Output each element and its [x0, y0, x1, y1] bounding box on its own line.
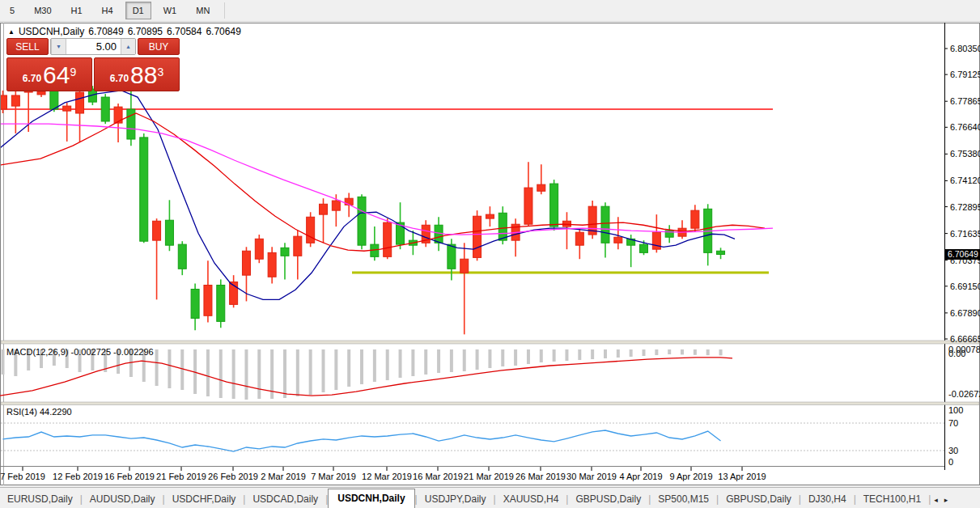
- rsi-axis-label: 30: [948, 446, 958, 455]
- chart-symbol-label: USDCNH,Daily: [19, 26, 84, 37]
- one-click-trade-panel: SELL ▼ ▲ BUY 6.70 64 9 6.70 88 3: [6, 38, 180, 91]
- tab-scroll-left-icon[interactable]: ◂: [931, 491, 941, 508]
- chart-tab-eurusd-daily[interactable]: EURUSD,Daily: [0, 490, 80, 508]
- candle-body: [691, 210, 699, 228]
- price-axis-label: 6.74120: [950, 176, 980, 185]
- price-axis-label: 6.69150: [950, 282, 980, 291]
- time-axis-label: 12 Mar 2019: [362, 472, 412, 481]
- timeframe-toolbar: 5M30H1H4D1W1MN: [0, 0, 980, 22]
- chart-window-frame: [1, 23, 980, 485]
- time-axis-label: 9 Apr 2019: [669, 472, 712, 481]
- candle-body: [473, 216, 482, 257]
- candle-body: [217, 285, 225, 321]
- timeframe-button-h1[interactable]: H1: [64, 2, 90, 19]
- price-axis-label: 6.76640: [950, 122, 980, 132]
- price-axis-label: 6.80350: [950, 44, 980, 53]
- candle-body: [204, 285, 212, 315]
- chart-tabbar: EURUSD,Daily|AUDUSD,Daily|USDCHF,Daily|U…: [0, 487, 980, 508]
- candle-body: [498, 213, 507, 240]
- timeframe-button-w1[interactable]: W1: [156, 2, 185, 19]
- candle-body: [614, 237, 622, 243]
- buy-price-big: 88: [130, 62, 157, 88]
- time-axis-label: 21 Feb 2019: [156, 472, 206, 481]
- chart-low-value: 6.70584: [167, 26, 202, 37]
- price-axis-label: 6.67890: [950, 308, 980, 318]
- time-axis-label: 2 Mar 2019: [261, 472, 306, 481]
- timeframe-button-mn[interactable]: MN: [189, 2, 217, 19]
- time-axis-label: 30 Mar 2019: [566, 472, 617, 481]
- timeframe-button-d1[interactable]: D1: [125, 2, 151, 19]
- pane-divider[interactable]: [1, 341, 979, 344]
- candle-body: [242, 251, 250, 275]
- candle-body: [281, 248, 289, 256]
- sell-button[interactable]: SELL: [6, 38, 49, 55]
- time-axis-label: 26 Mar 2019: [515, 472, 566, 481]
- timeframe-button-5[interactable]: 5: [2, 2, 22, 19]
- chart-tab-dj30-h4[interactable]: DJ30,H4: [801, 490, 854, 508]
- chart-tab-sp500-m15[interactable]: SP500,M15: [651, 490, 716, 508]
- chart-tab-gbpusd-daily[interactable]: GBPUSD,Daily: [719, 490, 799, 508]
- time-axis-label: 26 Feb 2019: [208, 472, 258, 481]
- tab-scroll-right-icon[interactable]: ▸: [941, 491, 952, 508]
- volume-decrease-icon[interactable]: ▼: [51, 39, 66, 54]
- buy-button[interactable]: BUY: [138, 38, 180, 55]
- candle-body: [320, 204, 328, 214]
- volume-input[interactable]: [66, 39, 121, 54]
- collapse-panel-icon[interactable]: ▲: [8, 28, 15, 36]
- time-axis-label: 7 Feb 2019: [0, 472, 45, 481]
- macd-label: MACD(12,26,9) -0.002725 -0.002296: [6, 347, 154, 357]
- candle-body: [63, 106, 71, 111]
- chart-tab-usdcnh-daily[interactable]: USDCNH,Daily: [328, 489, 414, 508]
- chart-close-value: 6.70649: [206, 26, 240, 37]
- time-axis-label: 16 Feb 2019: [104, 472, 155, 481]
- price-axis-label: 6.75380: [950, 149, 980, 159]
- chart-tab-tech100-h1[interactable]: TECH100,H1: [856, 490, 928, 508]
- candle-body: [575, 232, 583, 245]
- candle-body: [255, 239, 263, 259]
- candle-body: [178, 244, 186, 269]
- mt4-window: { "toolbar": { "items": ["5","M30","H1",…: [0, 0, 980, 508]
- price-axis-label: 6.77865: [950, 96, 980, 106]
- buy-price-prefix: 6.70: [110, 69, 129, 88]
- candle-body: [652, 232, 660, 249]
- time-axis-label: 4 Apr 2019: [619, 472, 662, 481]
- candle-body: [11, 95, 19, 106]
- rsi-axis-label: 100: [948, 405, 963, 415]
- candle-body: [37, 91, 45, 95]
- toolbar-separator: [224, 2, 225, 19]
- chart-tab-usdjpy-daily[interactable]: USDJPY,Daily: [418, 490, 494, 508]
- rsi-axis-label: 70: [948, 418, 958, 428]
- volume-increase-icon[interactable]: ▲: [121, 39, 135, 54]
- timeframe-button-m30[interactable]: M30: [27, 2, 58, 19]
- buy-price-sup: 3: [157, 60, 163, 84]
- pane-divider[interactable]: [1, 402, 979, 405]
- time-axis-label: 13 Apr 2019: [718, 472, 766, 481]
- sell-price-big: 64: [43, 62, 70, 88]
- chart-open-value: 6.70849: [88, 26, 123, 37]
- candle-body: [460, 259, 469, 273]
- price-axis-label: 6.72895: [950, 202, 980, 212]
- candle-body: [76, 92, 84, 113]
- candle-body: [435, 225, 443, 243]
- chart-tab-gbpusd-daily[interactable]: GBPUSD,Daily: [568, 490, 648, 508]
- candle-body: [486, 214, 494, 218]
- buy-price-button[interactable]: 6.70 88 3: [94, 57, 180, 91]
- candle-body: [294, 236, 302, 256]
- chart-tab-usdchf-daily[interactable]: USDCHF,Daily: [165, 490, 244, 508]
- chart-tab-usdcad-daily[interactable]: USDCAD,Daily: [245, 490, 325, 508]
- candle-body: [165, 220, 173, 245]
- rsi-label: RSI(14) 44.2290: [6, 407, 72, 417]
- sell-price-prefix: 6.70: [23, 69, 41, 88]
- chart-tab-xauusd-h4[interactable]: XAUUSD,H4: [496, 490, 566, 508]
- candle-body: [601, 206, 609, 243]
- candle-body: [332, 201, 340, 210]
- candle-body: [384, 222, 392, 256]
- candle-body: [0, 95, 7, 109]
- candle-body: [717, 251, 725, 254]
- chart-tab-audusd-daily[interactable]: AUDUSD,Daily: [83, 490, 163, 508]
- candle-body: [345, 198, 353, 205]
- current-price-value: 6.70649: [948, 249, 978, 259]
- candle-body: [191, 289, 199, 318]
- timeframe-button-h4[interactable]: H4: [95, 2, 121, 19]
- sell-price-button[interactable]: 6.70 64 9: [6, 57, 92, 91]
